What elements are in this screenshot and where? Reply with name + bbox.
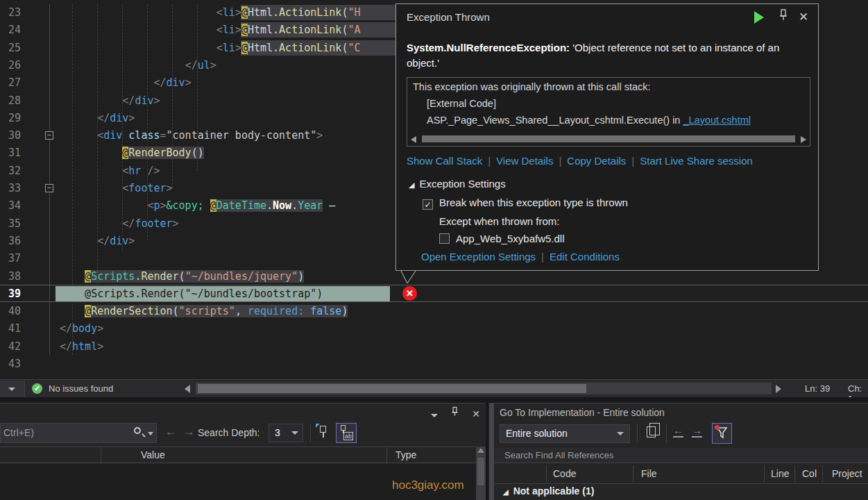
hscroll-right-icon[interactable]	[776, 385, 781, 393]
code-line[interactable]: @RenderBody()	[60, 144, 204, 162]
vs-window: 23 <li>@Html.ActionLink("H24 <li>@Html.A…	[0, 0, 868, 500]
line-number: 26	[0, 57, 29, 74]
pin-icon[interactable]	[450, 408, 459, 419]
code-line[interactable]: </html>	[60, 338, 103, 356]
watch-search-input[interactable]: Ctrl+E)	[0, 423, 157, 443]
show-call-stack-link[interactable]: Show Call Stack	[407, 155, 482, 167]
editor-hscrollbar[interactable]	[196, 383, 772, 394]
code-line[interactable]: <div class="container body-content">	[60, 127, 323, 144]
copy-icon[interactable]	[647, 426, 656, 438]
previous-location-icon[interactable]: ←	[673, 424, 683, 438]
line-number: 31	[0, 144, 29, 162]
column-line[interactable]: Line	[771, 464, 789, 483]
line-number: 24	[0, 22, 29, 39]
line-number: 36	[0, 233, 29, 250]
view-details-link[interactable]: View Details	[496, 155, 553, 167]
vscroll-thumb[interactable]	[477, 458, 484, 485]
break-checkbox[interactable]: ✓	[423, 199, 433, 210]
hscroll-thumb[interactable]	[198, 384, 586, 393]
search-depth-dropdown[interactable]: 3	[269, 424, 303, 442]
find-references-panel: Go To Implementation - Entire solution E…	[488, 403, 868, 500]
exception-thrown-dialog: Exception Thrown ✕ System.NullReferenceE…	[395, 3, 819, 271]
column-project[interactable]: Project	[832, 464, 862, 483]
exception-type: System.NullReferenceException:	[407, 42, 570, 53]
references-search-input[interactable]: Search Find All References	[495, 448, 868, 463]
column-value[interactable]: Value	[141, 449, 165, 460]
references-column-headers: Code File Line Col Project	[495, 464, 868, 484]
line-indicator: Ln: 39	[805, 383, 830, 394]
line-number: 39	[0, 285, 29, 303]
pin-to-source-button[interactable]	[315, 423, 333, 443]
line-number: 37	[0, 250, 29, 267]
code-line[interactable]: </div>	[60, 110, 135, 127]
scope-dropdown[interactable]: Entire solution	[500, 424, 630, 443]
start-live-share-link[interactable]: Start Live Share session	[640, 155, 753, 167]
code-line[interactable]: @Scripts.Render("~/bundles/jquery")	[60, 268, 304, 285]
scroll-left-icon[interactable]	[411, 136, 416, 143]
callstack-hscrollbar[interactable]	[408, 134, 809, 144]
toolbar-separator	[666, 424, 667, 443]
next-location-icon[interactable]: →	[692, 424, 702, 438]
forward-arrow-icon[interactable]: →	[182, 424, 195, 439]
column-col[interactable]: Col	[802, 464, 817, 483]
code-line[interactable]: <hr />	[60, 162, 160, 180]
pin-icon[interactable]	[778, 9, 789, 24]
exception-settings-header[interactable]: ◢Exception Settings	[409, 178, 506, 190]
code-line[interactable]: </footer>	[60, 215, 179, 233]
code-line[interactable]: </div>	[60, 74, 192, 92]
code-line[interactable]: <li>@Html.ActionLink("C	[60, 40, 361, 57]
code-line[interactable]: @RenderSection("scripts", required: fals…	[60, 303, 348, 320]
code-line[interactable]: </div>	[60, 233, 135, 250]
fold-collapse-icon[interactable]: −	[45, 131, 53, 140]
code-line[interactable]: </div>	[60, 92, 160, 110]
code-line[interactable]: <footer>	[60, 180, 173, 197]
close-icon[interactable]: ✕	[799, 10, 808, 24]
column-type[interactable]: Type	[395, 449, 416, 460]
fold-margin[interactable]	[49, 4, 50, 355]
column-code[interactable]: Code	[553, 464, 576, 483]
scroll-up-icon[interactable]	[477, 448, 484, 453]
except-when-thrown-label: Except when thrown from:	[439, 215, 559, 227]
line-number: 34	[0, 197, 29, 215]
ab-icon: ab	[343, 432, 353, 440]
code-line[interactable]: <li>@Html.ActionLink("H	[60, 4, 361, 22]
issues-dropdown[interactable]	[0, 381, 25, 397]
expander-icon[interactable]: ◢	[503, 488, 509, 496]
back-arrow-icon[interactable]: ←	[164, 424, 177, 439]
open-exception-settings-link[interactable]: Open Exception Settings	[421, 251, 536, 262]
callstack-box: This exception was originally thrown at …	[407, 77, 810, 147]
scroll-right-icon[interactable]	[801, 136, 806, 143]
code-line[interactable]: <p>&copy; @DateTime.Now.Year –	[60, 197, 335, 215]
edit-conditions-link[interactable]: Edit Conditions	[550, 251, 620, 262]
bottom-tool-area: ✕ Ctrl+E) ← → Search Depth: 3 ab	[0, 397, 868, 500]
close-icon[interactable]: ✕	[472, 408, 480, 419]
expander-icon: ◢	[409, 181, 414, 189]
settings-links: Open Exception Settings|Edit Conditions	[421, 251, 620, 262]
line-number: 42	[0, 338, 29, 356]
line-number: 25	[0, 40, 29, 57]
copy-details-link[interactable]: Copy Details	[567, 155, 626, 167]
column-file[interactable]: File	[641, 464, 657, 483]
line-number: 33	[0, 180, 29, 197]
scroll-thumb[interactable]	[422, 135, 795, 142]
module-checkbox[interactable]	[439, 233, 450, 244]
editor-status-bar: ✓ No issues found Ln: 39 Ch: 1	[0, 379, 868, 397]
code-line[interactable]: @Scripts.Render("~/bundles/bootstrap")	[60, 285, 323, 303]
search-options-caret-icon[interactable]	[148, 432, 153, 435]
exception-error-icon[interactable]: ✕	[402, 286, 417, 301]
layout-cshtml-link[interactable]: _Layout.cshtml	[683, 115, 751, 126]
filter-toggle[interactable]	[712, 423, 732, 444]
show-pinned-values-toggle[interactable]: ab	[336, 423, 357, 443]
window-position-icon[interactable]	[431, 414, 438, 417]
continue-play-icon[interactable]	[754, 11, 764, 24]
code-line[interactable]: </body>	[60, 320, 103, 338]
code-line[interactable]: <li>@Html.ActionLink("A	[60, 22, 361, 39]
code-line[interactable]: </ul>	[60, 57, 216, 74]
search-icon	[134, 427, 141, 434]
callstack-intro: This exception was originally thrown at …	[407, 78, 810, 94]
watch-vscrollbar[interactable]	[476, 447, 486, 500]
references-group-row[interactable]: ◢Not applicable (1)	[495, 485, 594, 497]
hscroll-left-icon[interactable]	[185, 385, 190, 393]
panel-splitter[interactable]	[489, 403, 494, 500]
fold-collapse-icon[interactable]: −	[45, 184, 53, 192]
